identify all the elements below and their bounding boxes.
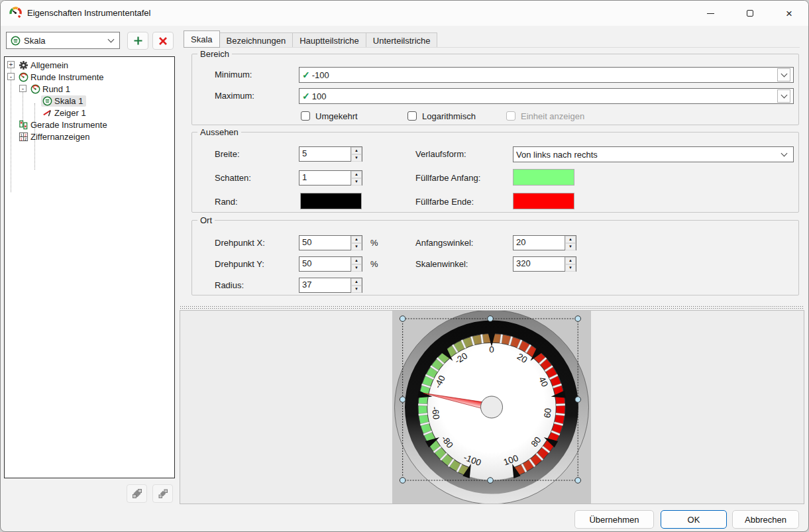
selection-handle[interactable] bbox=[400, 397, 405, 403]
check-icon: ✓ bbox=[302, 91, 310, 101]
tree-item-allgemein[interactable]: Allgemein bbox=[17, 59, 72, 71]
checkbox-logarithmisch[interactable]: Logarithmisch bbox=[407, 111, 476, 121]
breite-spinner[interactable]: 5 ▲▼ bbox=[299, 146, 362, 162]
element-type-combobox[interactable]: Skala bbox=[6, 32, 120, 49]
maximum-dropdown-button[interactable] bbox=[777, 89, 790, 103]
ok-button[interactable]: OK bbox=[661, 510, 727, 529]
tree-item-runde-instrumente[interactable]: Runde Instrumente bbox=[17, 71, 107, 83]
spin-up-button[interactable]: ▲ bbox=[565, 257, 576, 264]
anfangswinkel-spinner[interactable]: 20 ▲▼ bbox=[513, 235, 576, 250]
tree-item-gerade-instrumente[interactable]: Gerade Instrumente bbox=[17, 119, 111, 131]
spin-down-button[interactable]: ▼ bbox=[351, 264, 362, 272]
spin-down-button[interactable]: ▼ bbox=[351, 243, 362, 250]
checkbox-label: Einheit anzeigen bbox=[521, 111, 584, 121]
instrument-canvas[interactable]: -100-80-60-40-20020406080100 bbox=[392, 311, 591, 504]
tab-hauptteilstriche[interactable]: Hauptteilstriche bbox=[293, 32, 366, 48]
checkbox-einheit-anzeigen: Einheit anzeigen bbox=[506, 111, 584, 121]
tree-item-skala-1[interactable]: Skala 1 bbox=[41, 95, 86, 107]
tree-guide-line bbox=[23, 91, 23, 122]
tree-item-label: Zeiger 1 bbox=[52, 108, 88, 118]
schatten-label: Schatten: bbox=[215, 173, 251, 183]
tree-item-zeiger-1[interactable]: Zeiger 1 bbox=[41, 107, 89, 119]
drehpunkt-x-spinner[interactable]: 50 ▲▼ bbox=[299, 235, 362, 250]
minimize-button[interactable] bbox=[695, 1, 726, 26]
preview-panel: -100-80-60-40-20020406080100 bbox=[180, 310, 804, 504]
tree-item-ziffernanzeigen[interactable]: 1212Ziffernanzeigen bbox=[17, 131, 93, 142]
drehpunkt-y-spinner[interactable]: 50 ▲▼ bbox=[299, 256, 362, 272]
tab-bezeichnungen[interactable]: Bezeichnungen bbox=[220, 32, 294, 48]
spin-up-button[interactable]: ▲ bbox=[351, 147, 362, 154]
minimize-icon bbox=[707, 13, 714, 14]
tree-item-rund-1[interactable]: Rund 1 bbox=[29, 83, 74, 95]
maximize-icon bbox=[747, 10, 753, 17]
minimum-combobox[interactable]: ✓ -100 bbox=[299, 67, 794, 83]
selection-handle[interactable] bbox=[575, 397, 581, 403]
chevron-down-icon bbox=[781, 70, 787, 77]
needle-icon bbox=[42, 108, 52, 118]
drehpunkt-y-value[interactable]: 50 bbox=[299, 257, 351, 271]
maximum-combobox[interactable]: ✓ 100 bbox=[299, 88, 794, 104]
tree-item-label: Gerade Instrumente bbox=[28, 120, 109, 130]
skalenwinkel-value[interactable]: 320 bbox=[513, 257, 565, 271]
tree-expander-collapsed[interactable]: + bbox=[7, 61, 15, 68]
splitter-handle[interactable] bbox=[180, 305, 804, 310]
selection-handle[interactable] bbox=[575, 316, 581, 322]
fuellfarbe-ende-swatch[interactable] bbox=[513, 193, 574, 209]
apply-button[interactable]: Übernehmen bbox=[574, 510, 654, 529]
schatten-spinner[interactable]: 1 ▲▼ bbox=[299, 170, 362, 186]
spin-down-button[interactable]: ▼ bbox=[351, 178, 362, 186]
anfangswinkel-value[interactable]: 20 bbox=[513, 236, 565, 250]
fuellfarbe-anfang-swatch[interactable] bbox=[513, 169, 574, 186]
cancel-button[interactable]: Abbrechen bbox=[732, 510, 799, 529]
spin-up-button[interactable]: ▲ bbox=[565, 236, 576, 243]
tab-strip: SkalaBezeichnungenHauptteilstricheUntert… bbox=[184, 30, 437, 48]
grow-preview-button[interactable] bbox=[127, 484, 147, 503]
skalenwinkel-spinner[interactable]: 320 ▲▼ bbox=[513, 256, 576, 272]
radius-spinner[interactable]: 37 ▲▼ bbox=[299, 278, 362, 293]
gauge-preview[interactable]: -100-80-60-40-20020406080100 bbox=[392, 311, 591, 504]
selection-handle[interactable] bbox=[575, 478, 581, 484]
selection-handle[interactable] bbox=[400, 316, 405, 322]
spin-up-button[interactable]: ▲ bbox=[351, 236, 362, 243]
spin-down-button[interactable]: ▼ bbox=[565, 243, 576, 250]
tab-skala[interactable]: Skala bbox=[184, 30, 220, 48]
rand-swatch[interactable] bbox=[300, 193, 362, 209]
checkbox-box[interactable] bbox=[301, 111, 310, 121]
tree-expander-expanded[interactable]: - bbox=[7, 73, 15, 80]
selection-handle[interactable] bbox=[400, 478, 405, 484]
breite-label: Breite: bbox=[215, 149, 240, 159]
checkbox-label: Umgekehrt bbox=[315, 111, 358, 121]
spin-down-button[interactable]: ▼ bbox=[351, 286, 362, 293]
drehpunkt-x-value[interactable]: 50 bbox=[299, 236, 351, 250]
minimum-dropdown-button[interactable] bbox=[777, 68, 790, 81]
plus-icon bbox=[133, 36, 143, 46]
spin-up-button[interactable]: ▲ bbox=[351, 278, 362, 286]
selection-handle[interactable] bbox=[488, 316, 494, 322]
radius-value[interactable]: 37 bbox=[299, 278, 351, 292]
close-button[interactable]: × bbox=[774, 1, 804, 26]
element-type-value: Skala bbox=[24, 36, 46, 46]
group-ort: Ort Drehpunkt X: 50 ▲▼ % Anfangswinkel: … bbox=[191, 220, 799, 295]
spin-up-button[interactable]: ▲ bbox=[351, 257, 362, 264]
minimum-label: Minimum: bbox=[215, 70, 252, 80]
schatten-value[interactable]: 1 bbox=[299, 171, 351, 185]
checkbox-umgekehrt[interactable]: Umgekehrt bbox=[301, 111, 358, 121]
spin-down-button[interactable]: ▼ bbox=[565, 264, 576, 272]
maximize-button[interactable] bbox=[735, 1, 765, 26]
tree-expander-expanded[interactable]: - bbox=[19, 85, 27, 92]
add-element-button[interactable] bbox=[127, 32, 148, 50]
selection-handle[interactable] bbox=[488, 478, 494, 484]
spin-up-button[interactable]: ▲ bbox=[351, 171, 362, 178]
verlaufsform-dropdown-button[interactable] bbox=[777, 148, 790, 161]
maximum-label: Maximum: bbox=[215, 91, 254, 101]
spin-down-button[interactable]: ▼ bbox=[351, 154, 362, 162]
tab-unterteilstriche[interactable]: Unterteilstriche bbox=[366, 32, 438, 48]
app-gauge-icon bbox=[9, 7, 22, 19]
breite-value[interactable]: 5 bbox=[299, 147, 351, 161]
check-icon: ✓ bbox=[302, 70, 310, 80]
shrink-preview-button[interactable] bbox=[152, 484, 173, 503]
checkbox-box[interactable] bbox=[407, 111, 417, 121]
scale-icon bbox=[42, 96, 52, 106]
delete-element-button[interactable] bbox=[152, 32, 174, 50]
verlaufsform-combobox[interactable]: Von links nach rechts bbox=[513, 146, 794, 162]
